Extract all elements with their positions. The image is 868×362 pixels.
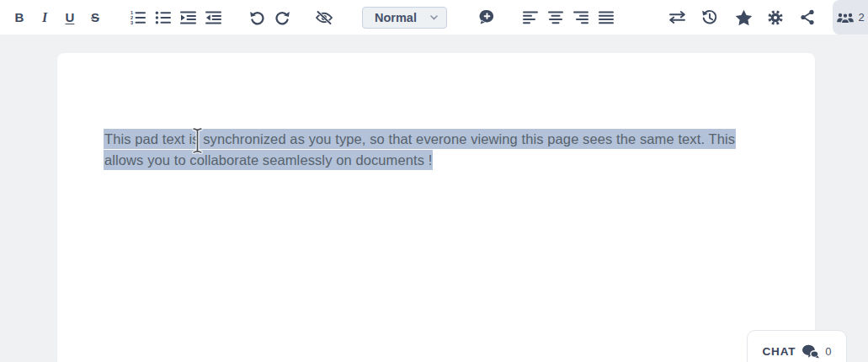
redo-icon	[274, 9, 290, 25]
selected-text: This pad text is synchronized as you typ…	[104, 129, 736, 170]
history-button[interactable]	[697, 0, 722, 35]
undo-button[interactable]	[244, 0, 269, 35]
strikethrough-icon: S	[91, 10, 99, 24]
favorite-button[interactable]	[731, 0, 756, 35]
add-comment-button[interactable]	[474, 0, 499, 35]
editor-content[interactable]: This pad text is synchronized as you typ…	[57, 53, 815, 171]
italic-button[interactable]: I	[32, 0, 57, 35]
workspace: This pad text is synchronized as you typ…	[0, 35, 868, 362]
hide-authorship-button[interactable]	[312, 0, 337, 35]
indent-button[interactable]	[175, 0, 200, 35]
align-left-icon	[523, 11, 538, 24]
toolbar: B I U S 1 2 3	[0, 0, 868, 35]
bold-icon: B	[15, 10, 24, 24]
align-right-icon	[573, 11, 588, 24]
align-center-button[interactable]	[543, 0, 568, 35]
chat-label: CHAT	[763, 345, 796, 358]
users-group-icon	[836, 11, 855, 24]
indent-icon	[180, 10, 196, 25]
italic-icon: I	[42, 10, 47, 25]
outdent-button[interactable]	[200, 0, 226, 35]
paragraph-style-select[interactable]: Normal	[362, 7, 447, 29]
settings-button[interactable]	[763, 0, 788, 35]
editor-page[interactable]: This pad text is synchronized as you typ…	[57, 53, 815, 362]
chat-count: 0	[825, 345, 831, 358]
svg-text:3: 3	[130, 19, 133, 24]
align-justify-icon	[599, 11, 614, 24]
share-button[interactable]	[795, 0, 820, 35]
gear-icon	[767, 9, 784, 26]
align-left-button[interactable]	[518, 0, 543, 35]
pad-paragraph[interactable]: This pad text is synchronized as you typ…	[104, 129, 767, 171]
align-center-icon	[548, 11, 563, 24]
chat-widget[interactable]: CHAT 0	[747, 330, 847, 362]
ordered-list-button[interactable]: 1 2 3	[125, 0, 150, 35]
align-right-button[interactable]	[568, 0, 594, 35]
redo-button[interactable]	[269, 0, 295, 35]
paragraph-style-value: Normal	[375, 11, 430, 24]
swap-arrows-icon	[668, 11, 686, 24]
eye-off-icon	[315, 10, 333, 25]
unordered-list-icon	[155, 10, 171, 25]
star-icon	[735, 9, 753, 26]
chat-bubbles-icon	[801, 344, 819, 359]
share-icon	[800, 9, 815, 25]
add-comment-icon	[479, 9, 495, 25]
ordered-list-icon: 1 2 3	[130, 10, 146, 25]
bold-button[interactable]: B	[7, 0, 32, 35]
underline-button[interactable]: U	[57, 0, 83, 35]
align-justify-button[interactable]	[594, 0, 619, 35]
users-button[interactable]: 2	[833, 0, 868, 35]
outdent-icon	[205, 10, 221, 25]
chevron-down-icon	[430, 15, 438, 20]
underline-icon: U	[66, 10, 75, 24]
undo-icon	[249, 9, 265, 25]
users-count: 2	[858, 11, 864, 24]
strikethrough-button[interactable]: S	[83, 0, 108, 35]
unordered-list-button[interactable]	[150, 0, 175, 35]
history-icon	[701, 9, 718, 26]
swap-view-button[interactable]	[664, 0, 690, 35]
